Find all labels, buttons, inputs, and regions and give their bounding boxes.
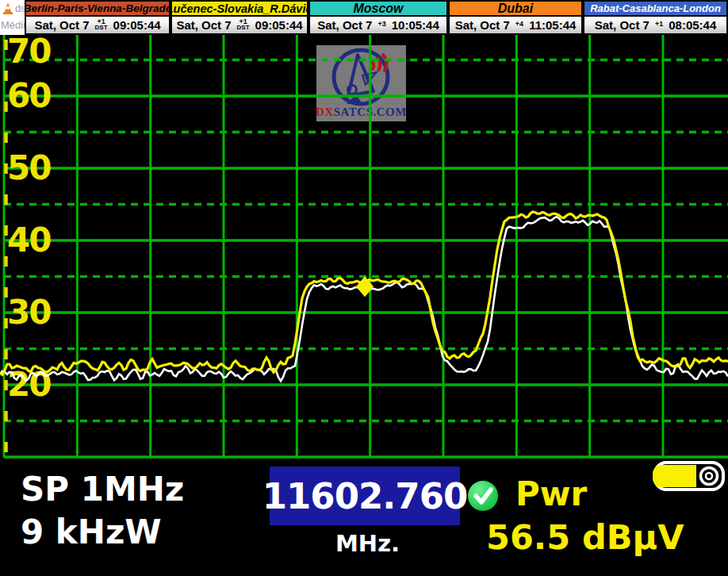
clock-time-row: Sat, Oct 7 +1DST 09:05:44 <box>171 17 308 35</box>
clock-time-row: Sat, Oct 7 +1DST 09:05:44 <box>25 17 171 35</box>
timezone-offset: +4 <box>515 21 523 27</box>
clock-panel-rabat[interactable]: Rabat-Casablanca-London Sat, Oct 7 +1 08… <box>583 0 728 35</box>
clock-time-row: Sat, Oct 7 +1 08:05:44 <box>583 17 728 35</box>
clock-time: 11:05:44 <box>529 18 576 32</box>
clock-time: 10:05:44 <box>392 18 439 32</box>
spectrum-traces <box>0 0 728 576</box>
clock-panel-lucenec[interactable]: Lučenec-Slovakia_R.Dávid Sat, Oct 7 +1DS… <box>171 0 308 35</box>
clock-time-row: Sat, Oct 7 +3 10:05:44 <box>308 17 448 35</box>
timezone-offset: +1DST <box>95 19 108 30</box>
clock-date: Sat, Oct 7 <box>595 18 649 32</box>
clock-panel-dubai[interactable]: Dubai Sat, Oct 7 +4 11:05:44 <box>448 0 583 35</box>
reference-trace-white <box>0 217 728 381</box>
clock-time: 09:05:44 <box>255 18 303 32</box>
clock-date: Sat, Oct 7 <box>455 18 510 32</box>
clock-date: Sat, Oct 7 <box>317 18 372 32</box>
timezone-offset: +1DST <box>237 19 250 30</box>
clock-date: Sat, Oct 7 <box>176 18 231 32</box>
timezone-offset: +3 <box>377 21 385 27</box>
clock-city-label: Dubai <box>448 0 583 17</box>
clock-time: 08:05:44 <box>669 18 716 32</box>
clock-city-label: Moscow <box>308 0 448 17</box>
vlc-cone-icon <box>2 2 14 15</box>
clock-time: 09:05:44 <box>113 18 161 32</box>
clock-city-label: Rabat-Casablanca-London <box>583 0 728 17</box>
timezone-offset: +1 <box>655 21 663 27</box>
clock-time-row: Sat, Oct 7 +4 11:05:44 <box>448 17 583 35</box>
spectrum-analyzer-screen: DXSATCS.COM 706050403020 ds Médiu Berlin… <box>0 0 728 576</box>
clock-date: Sat, Oct 7 <box>34 18 89 32</box>
clock-city-label: Berlin-Paris-Vienna-Belgrade <box>25 0 171 17</box>
clock-city-label: Lučenec-Slovakia_R.Dávid <box>171 0 308 17</box>
clock-panel-moscow[interactable]: Moscow Sat, Oct 7 +3 10:05:44 <box>308 0 448 35</box>
background-window-edge: ds Médiu <box>0 0 27 35</box>
world-clock-bar: ds Médiu Berlin-Paris-Vienna-Belgrade Sa… <box>0 0 728 35</box>
clock-panel-berlin[interactable]: Berlin-Paris-Vienna-Belgrade Sat, Oct 7 … <box>25 0 171 35</box>
